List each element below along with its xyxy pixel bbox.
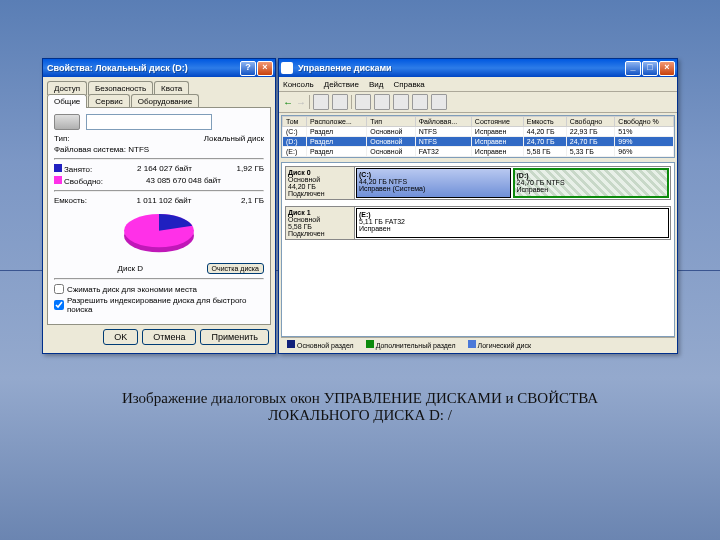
col-volume[interactable]: Том: [283, 117, 307, 127]
volume-label-input[interactable]: [86, 114, 212, 130]
properties-dialog: Свойства: Локальный диск (D:) ? × Доступ…: [42, 58, 276, 354]
partition-e[interactable]: (E:)5,11 ГБ FAT32Исправен: [356, 208, 669, 238]
menu-file[interactable]: Консоль: [283, 80, 314, 89]
type-label: Тип:: [54, 134, 70, 143]
toolbar-icon[interactable]: [393, 94, 409, 110]
menu-help[interactable]: Справка: [393, 80, 424, 89]
used-gb: 1,92 ГБ: [237, 164, 264, 174]
col-free[interactable]: Свободно: [566, 117, 614, 127]
used-swatch: [54, 164, 62, 172]
tab-hardware[interactable]: Оборудование: [131, 94, 199, 108]
close-button[interactable]: ×: [257, 61, 273, 76]
cancel-button[interactable]: Отмена: [142, 329, 196, 345]
tab-share[interactable]: Доступ: [47, 81, 87, 95]
app-icon: [281, 62, 293, 74]
apply-button[interactable]: Применить: [200, 329, 269, 345]
compress-checkbox[interactable]: Сжимать диск для экономии места: [54, 284, 264, 294]
legend-primary-swatch: [287, 340, 295, 348]
col-cap[interactable]: Емкость: [523, 117, 566, 127]
properties-title: Свойства: Локальный диск (D:): [45, 63, 239, 73]
usage-pie-chart: [114, 209, 204, 259]
mgmt-title: Управление дисками: [296, 63, 624, 73]
used-bytes: 2 164 027 байт: [137, 164, 192, 174]
back-icon[interactable]: ←: [283, 97, 293, 108]
col-layout[interactable]: Расположе...: [307, 117, 367, 127]
free-label: Свободно:: [64, 177, 103, 186]
disk-management-window: Управление дисками _ □ × Консоль Действи…: [278, 58, 678, 354]
index-checkbox[interactable]: Разрешить индексирование диска для быстр…: [54, 296, 264, 314]
minimize-button[interactable]: _: [625, 61, 641, 76]
tab-tools[interactable]: Сервис: [88, 94, 129, 108]
table-row[interactable]: (E:)РазделОсновнойFAT32Исправен5,58 ГБ5,…: [283, 147, 674, 157]
toolbar: ← →: [279, 92, 677, 113]
tabs-row: Доступ Безопасность Квота: [47, 81, 271, 94]
capacity-bytes: 1 011 102 байт: [137, 196, 192, 205]
maximize-button[interactable]: □: [642, 61, 658, 76]
disk-1[interactable]: Диск 1 Основной 5,58 ГБ Подключен (E:)5,…: [285, 206, 671, 240]
menu-action[interactable]: Действие: [324, 80, 359, 89]
toolbar-icon[interactable]: [412, 94, 428, 110]
menu-view[interactable]: Вид: [369, 80, 383, 89]
disk-label: Диск D: [118, 264, 143, 273]
forward-icon[interactable]: →: [296, 97, 306, 108]
col-type[interactable]: Тип: [367, 117, 415, 127]
used-label: Занято:: [64, 165, 92, 174]
partition-c[interactable]: (C:)44,20 ГБ NTFSИсправен (Система): [356, 168, 511, 198]
tab-general[interactable]: Общие: [47, 94, 87, 108]
menu-bar: Консоль Действие Вид Справка: [279, 77, 677, 92]
disk-0[interactable]: Диск 0 Основной 44,20 ГБ Подключен (C:)4…: [285, 166, 671, 200]
col-fs[interactable]: Файловая...: [415, 117, 471, 127]
disk-map: Диск 0 Основной 44,20 ГБ Подключен (C:)4…: [281, 162, 675, 337]
partition-d[interactable]: (D:)24,70 ГБ NTFSИсправен: [513, 168, 670, 198]
close-button[interactable]: ×: [659, 61, 675, 76]
tab-security[interactable]: Безопасность: [88, 81, 153, 95]
col-status[interactable]: Состояние: [471, 117, 523, 127]
slide-caption: Изображение диалоговых окон УПРАВЛЕНИЕ Д…: [0, 390, 720, 424]
table-row[interactable]: (C:)РазделОсновнойNTFSИсправен44,20 ГБ22…: [283, 127, 674, 137]
tab-quota[interactable]: Квота: [154, 81, 189, 95]
toolbar-icon[interactable]: [431, 94, 447, 110]
capacity-gb: 2,1 ГБ: [241, 196, 264, 205]
legend-extended-swatch: [366, 340, 374, 348]
toolbar-icon[interactable]: [374, 94, 390, 110]
ok-button[interactable]: OK: [103, 329, 138, 345]
help-button[interactable]: ?: [240, 61, 256, 76]
filesystem-label: Файловая система: NTFS: [54, 145, 149, 154]
free-swatch: [54, 176, 62, 184]
toolbar-icon[interactable]: [355, 94, 371, 110]
table-row[interactable]: (D:)РазделОсновнойNTFSИсправен24,70 ГБ24…: [283, 137, 674, 147]
toolbar-icon[interactable]: [332, 94, 348, 110]
col-pct[interactable]: Свободно %: [615, 117, 674, 127]
type-value: Локальный диск: [204, 134, 264, 143]
free-bytes: 43 085 670 048 байт: [146, 176, 221, 186]
volume-list[interactable]: Том Расположе... Тип Файловая... Состоян…: [281, 115, 675, 158]
drive-icon: [54, 114, 80, 130]
capacity-label: Емкость:: [54, 196, 87, 205]
toolbar-icon[interactable]: [313, 94, 329, 110]
cleanup-button[interactable]: Очистка диска: [207, 263, 264, 274]
general-panel: Тип:Локальный диск Файловая система: NTF…: [47, 107, 271, 325]
legend-logical-swatch: [468, 340, 476, 348]
legend: Основной раздел Дополнительный раздел Ло…: [281, 337, 675, 351]
